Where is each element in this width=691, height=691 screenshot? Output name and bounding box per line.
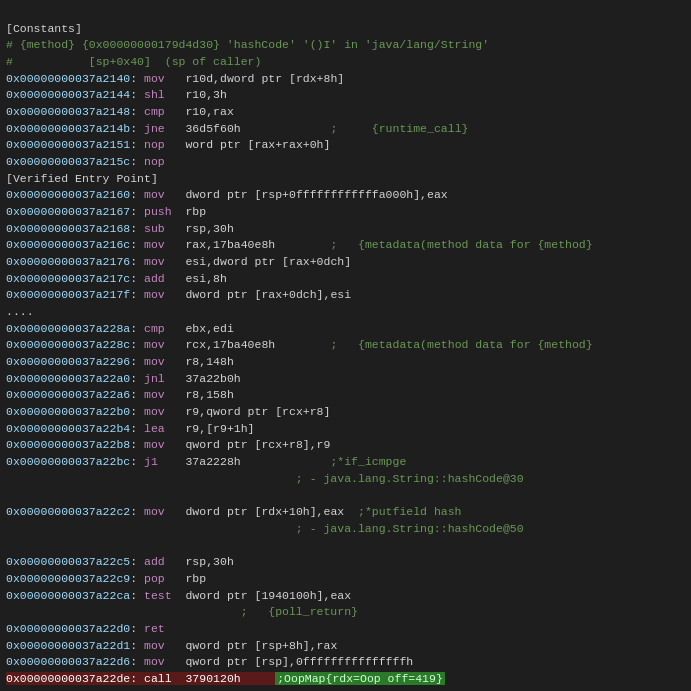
line-22a6: 0x00000000037a22a6: mov r8,158h — [6, 388, 234, 401]
line-22c2: 0x00000000037a22c2: mov dword ptr [rdx+1… — [6, 505, 462, 518]
line-2148: 0x00000000037a2148: cmp r10,rax — [6, 105, 234, 118]
line-2140: 0x00000000037a2140: mov r10d,dword ptr [… — [6, 72, 344, 85]
line-2151: 0x00000000037a2151: nop word ptr [rax+ra… — [6, 138, 330, 151]
line-217c: 0x00000000037a217c: add esi,8h — [6, 272, 227, 285]
line-22d1: 0x00000000037a22d1: mov qword ptr [rsp+8… — [6, 639, 337, 652]
line-22b0: 0x00000000037a22b0: mov r9,qword ptr [rc… — [6, 405, 330, 418]
line-22de: 0x00000000037a22de: call 3790120h ;OopMa… — [6, 672, 445, 685]
line-228c: 0x00000000037a228c: mov rcx,17ba40e8h ; … — [6, 338, 593, 351]
comment-poll: ; {poll_return} — [6, 605, 358, 618]
line-2168: 0x00000000037a2168: sub rsp,30h — [6, 222, 234, 235]
comment-method: # {method} {0x00000000179d4d30} 'hashCod… — [6, 38, 489, 51]
line-22a0: 0x00000000037a22a0: jnl 37a22b0h — [6, 372, 241, 385]
comment-sp: # [sp+0x40] (sp of caller) — [6, 55, 261, 68]
section-constants: [Constants] — [6, 22, 82, 35]
line-22d0: 0x00000000037a22d0: ret — [6, 622, 165, 635]
comment-hashcode50: ; - java.lang.String::hashCode@50 — [6, 522, 524, 535]
line-216c: 0x00000000037a216c: mov rax,17ba40e8h ; … — [6, 238, 593, 251]
line-2176: 0x00000000037a2176: mov esi,dword ptr [r… — [6, 255, 351, 268]
line-22c9: 0x00000000037a22c9: pop rbp — [6, 572, 206, 585]
oop-map-highlight: ;OopMap{rdx=Oop off=419} — [275, 672, 445, 685]
line-217f: 0x00000000037a217f: mov dword ptr [rax+0… — [6, 288, 351, 301]
line-215c: 0x00000000037a215c: nop — [6, 155, 165, 168]
line-228a: 0x00000000037a228a: cmp ebx,edi — [6, 322, 234, 335]
line-214b: 0x00000000037a214b: jne 36d5f60h ; {runt… — [6, 122, 468, 135]
line-2160: 0x00000000037a2160: mov dword ptr [rsp+0… — [6, 188, 448, 201]
line-22b8: 0x00000000037a22b8: mov qword ptr [rcx+r… — [6, 438, 330, 451]
section-verified: [Verified Entry Point] — [6, 172, 158, 185]
blank-1 — [6, 488, 13, 501]
comment-hashcode30: ; - java.lang.String::hashCode@30 — [6, 472, 524, 485]
code-view: [Constants] # {method} {0x00000000179d4d… — [0, 0, 691, 691]
line-22d6: 0x00000000037a22d6: mov qword ptr [rsp],… — [6, 655, 413, 668]
dots: .... — [6, 305, 34, 318]
line-22ca: 0x00000000037a22ca: test dword ptr [1940… — [6, 589, 351, 602]
line-22bc: 0x00000000037a22bc: j1 37a2228h ;*if_icm… — [6, 455, 406, 468]
line-22c5: 0x00000000037a22c5: add rsp,30h — [6, 555, 234, 568]
blank-2 — [6, 539, 13, 552]
line-2144: 0x00000000037a2144: shl r10,3h — [6, 88, 227, 101]
line-22b4: 0x00000000037a22b4: lea r9,[r9+1h] — [6, 422, 254, 435]
line-2296: 0x00000000037a2296: mov r8,148h — [6, 355, 234, 368]
line-2167: 0x00000000037a2167: push rbp — [6, 205, 206, 218]
